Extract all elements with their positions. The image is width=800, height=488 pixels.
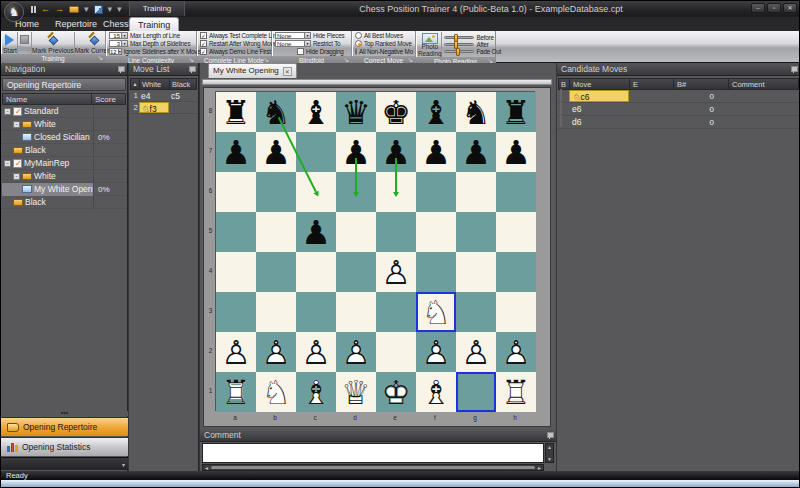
tree-expander-icon[interactable]: - [4,108,11,115]
pin-icon[interactable] [791,66,796,73]
square-f8[interactable]: ♝ [416,92,456,132]
candidate-row[interactable]: d60 [558,116,799,129]
square-f7[interactable]: ♟ [416,132,456,172]
square-a5[interactable] [216,212,256,252]
square-c5[interactable]: ♟ [296,212,336,252]
back-arrow-icon[interactable]: ← [41,4,50,14]
tree-expander-icon[interactable]: - [13,121,20,128]
square-d2[interactable]: ♟♙ [336,332,376,372]
comment-column-header[interactable]: Comment [729,79,798,89]
square-d6[interactable] [336,172,376,212]
tree-expander-icon[interactable]: - [13,173,20,180]
hide-dragging-checkbox[interactable] [297,48,304,55]
square-e3[interactable] [376,292,416,332]
comment-vertical-scrollbar[interactable]: ▲▼ [545,443,554,463]
bnum-column-header[interactable]: B# [674,79,729,89]
chevron-down-icon[interactable]: ▾ [108,4,113,14]
square-c6[interactable] [296,172,336,212]
square-b1[interactable]: ♞♘ [256,372,296,412]
square-b2[interactable]: ♟♙ [256,332,296,372]
square-h5[interactable] [496,212,536,252]
square-b4[interactable] [256,252,296,292]
score-column-header[interactable]: Score [92,94,125,104]
name-column-header[interactable]: Name [3,94,92,104]
restart-after-wrong-checkbox[interactable] [200,40,207,47]
minimize-button[interactable]: – [751,3,765,13]
square-a7[interactable]: ♟ [216,132,256,172]
b-column-header[interactable]: B [559,79,570,89]
square-b7[interactable]: ♟ [256,132,296,172]
square-f2[interactable]: ♟♙ [416,332,456,372]
all-non-negative-radio[interactable] [355,48,357,55]
tab-training[interactable]: Training [129,17,179,31]
qat-overflow-icon[interactable]: ▾ [117,4,122,14]
app-logo-icon[interactable]: ♞ [4,2,24,22]
square-d1[interactable]: ♛♕ [336,372,376,412]
all-best-moves-radio[interactable] [355,32,362,39]
square-f3[interactable]: ♞♘ [416,292,456,332]
square-a2[interactable]: ♟♙ [216,332,256,372]
square-h1[interactable]: ♜♖ [496,372,536,412]
overflow-caret-icon[interactable]: ▾ [122,461,125,468]
square-b3[interactable] [256,292,296,332]
square-d3[interactable] [336,292,376,332]
square-d5[interactable] [336,212,376,252]
tree-row[interactable]: Closed Sicilian0% [2,131,126,144]
square-g2[interactable]: ♟♙ [456,332,496,372]
pin-icon[interactable] [118,66,123,73]
square-g5[interactable] [456,212,496,252]
square-h6[interactable] [496,172,536,212]
tab-close-icon[interactable]: ✕ [283,67,292,76]
square-e7[interactable]: ♟ [376,132,416,172]
mark-previous-button[interactable]: Mark Previous [32,32,75,54]
tree-row[interactable]: -White [2,118,126,131]
candidate-row[interactable]: e60 [558,103,799,116]
move-navigation-slider[interactable] [202,79,552,85]
e-column-header[interactable]: E [630,79,674,89]
square-g1[interactable] [456,372,496,412]
opening-repertoire-button[interactable]: Opening Repertoire [1,417,128,436]
max-length-input[interactable]: 15 [109,32,122,39]
square-c1[interactable]: ♝♗ [296,372,336,412]
square-e5[interactable] [376,212,416,252]
board-document-tab[interactable]: My White Opening ✕ [208,63,297,78]
candidate-move-cell[interactable]: e6 [569,103,629,115]
tree-row[interactable]: Black [2,196,126,209]
square-c3[interactable] [296,292,336,332]
square-e2[interactable] [376,332,416,372]
tree-row[interactable]: -White [2,170,126,183]
square-a3[interactable] [216,292,256,332]
hide-pieces-dropdown[interactable]: None [275,32,305,39]
square-h2[interactable]: ♟♙ [496,332,536,372]
square-a6[interactable] [216,172,256,212]
dialog-launcher-icon[interactable]: ↘ [98,54,103,63]
candidate-row[interactable]: ♘c60 [558,90,799,103]
ignore-sidelines-input[interactable]: 12 [109,48,119,55]
square-b8[interactable]: ♞ [256,92,296,132]
chevron-down-icon[interactable]: ▾ [84,4,89,14]
square-h8[interactable]: ♜ [496,92,536,132]
always-demo-checkbox[interactable] [200,48,207,55]
before-slider[interactable] [444,36,474,39]
square-d8[interactable]: ♛ [336,92,376,132]
move-column-header[interactable]: Move [570,79,630,89]
square-f4[interactable] [416,252,456,292]
square-g3[interactable] [456,292,496,332]
square-f6[interactable] [416,172,456,212]
tree-row[interactable]: -MyMainRep [2,157,126,170]
pin-icon[interactable] [189,66,194,73]
square-f1[interactable]: ♝♗ [416,372,456,412]
max-depth-input[interactable]: 3 [109,40,122,47]
candidate-move-cell[interactable]: d6 [569,116,629,128]
square-h3[interactable] [496,292,536,332]
black-move-cell[interactable]: c5 [169,90,197,101]
top-ranked-move-radio[interactable] [355,40,362,47]
forward-arrow-icon[interactable]: → [55,4,64,14]
opening-statistics-button[interactable]: Opening Statistics [1,437,128,456]
square-b6[interactable] [256,172,296,212]
square-a8[interactable]: ♜ [216,92,256,132]
always-test-checkbox[interactable] [200,32,207,39]
square-e4[interactable]: ♟♙ [376,252,416,292]
open-folder-icon[interactable] [69,6,79,13]
square-f5[interactable] [416,212,456,252]
